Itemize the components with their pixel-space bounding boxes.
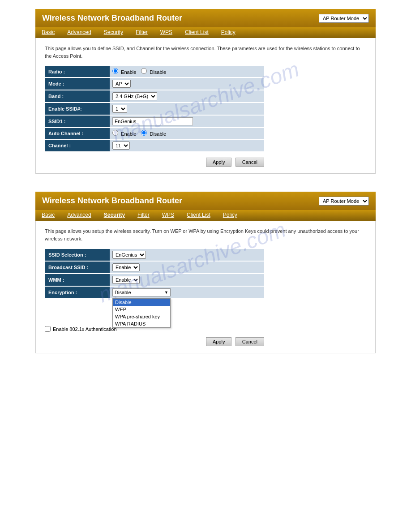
radio-label: Radio : bbox=[45, 66, 110, 77]
nav2-policy[interactable]: Policy bbox=[217, 210, 244, 220]
row-channel: Channel : 11 bbox=[45, 139, 264, 152]
nav2-basic[interactable]: Basic bbox=[35, 210, 61, 220]
panel2-button-row: Apply Cancel bbox=[45, 337, 264, 346]
panel2-content: This page allows you setup the wireless … bbox=[35, 221, 376, 353]
channel-select[interactable]: 11 bbox=[112, 142, 130, 150]
nav2-security[interactable]: Security bbox=[98, 210, 131, 220]
band-label: Band : bbox=[45, 90, 110, 103]
ssid1-label: SSID1 : bbox=[45, 115, 110, 128]
row-band: Band : 2.4 GHz (B+G) bbox=[45, 90, 264, 103]
panel1-cancel-button[interactable]: Cancel bbox=[235, 158, 264, 167]
panel1-apply-button[interactable]: Apply bbox=[206, 158, 232, 167]
encryption-dropdown-list: Disable WEP WPA pre-shared key WPA RADIU… bbox=[112, 298, 171, 328]
panel1-description: This page allows you to define SSID, and… bbox=[45, 45, 366, 60]
ssid1-input[interactable] bbox=[112, 117, 193, 125]
auto-disable-label: Disable bbox=[141, 131, 166, 137]
row-ssid-num: Enable SSID#: 1 bbox=[45, 103, 264, 115]
row-wmm: WMM : Enable bbox=[45, 274, 264, 286]
nav2-clientlist[interactable]: Client List bbox=[180, 210, 217, 220]
radio-enable-label: Enable bbox=[112, 69, 137, 75]
mode-label: Mode : bbox=[45, 77, 110, 90]
auto-enable-label: Enable bbox=[112, 131, 137, 137]
ssid-sel-label: SSID Selection : bbox=[45, 249, 110, 261]
auto-disable-input[interactable] bbox=[141, 130, 147, 136]
panel1-title: Wireless Network Broadband Router bbox=[42, 13, 182, 23]
channel-label: Channel : bbox=[45, 139, 110, 152]
nav1-clientlist[interactable]: Client List bbox=[179, 27, 215, 37]
row-mode: Mode : AP bbox=[45, 77, 264, 90]
mode-select[interactable]: AP bbox=[112, 80, 131, 88]
nav1-advanced[interactable]: Advanced bbox=[61, 27, 97, 37]
bottom-divider bbox=[35, 367, 376, 367]
auto-channel-label: Auto Channel : bbox=[45, 128, 110, 139]
nav2-filter[interactable]: Filter bbox=[131, 210, 156, 220]
row-radio: Radio : Enable Disable bbox=[45, 66, 264, 77]
panel2-form: SSID Selection : EnGenius Broadcast SSID… bbox=[45, 249, 264, 299]
row-broadcast: Broadcast SSID : Enable bbox=[45, 261, 264, 274]
panel1-form: Radio : Enable Disable Mode : AP bbox=[45, 66, 264, 152]
nav1-basic[interactable]: Basic bbox=[35, 27, 61, 37]
enable-802-checkbox[interactable] bbox=[45, 326, 51, 332]
panel1-button-row: Apply Cancel bbox=[45, 158, 264, 167]
dd-item-wep[interactable]: WEP bbox=[113, 306, 170, 313]
nav2-wps[interactable]: WPS bbox=[156, 210, 180, 220]
auto-enable-input[interactable] bbox=[112, 130, 118, 136]
band-select[interactable]: 2.4 GHz (B+G) bbox=[112, 92, 157, 100]
panel2-description: This page allows you setup the wireless … bbox=[45, 227, 366, 242]
panel1-header: Wireless Network Broadband Router AP Rou… bbox=[35, 9, 376, 27]
panel1: manualsarchive.com Wireless Network Broa… bbox=[35, 9, 376, 174]
panel2-apply-button[interactable]: Apply bbox=[206, 337, 232, 346]
row-ssid-sel: SSID Selection : EnGenius bbox=[45, 249, 264, 261]
wmm-label: WMM : bbox=[45, 274, 110, 286]
dd-item-wpa-psk[interactable]: WPA pre-shared key bbox=[113, 313, 170, 320]
nav1-wps[interactable]: WPS bbox=[154, 27, 179, 37]
broadcast-select[interactable]: Enable bbox=[112, 263, 140, 271]
broadcast-label: Broadcast SSID : bbox=[45, 261, 110, 274]
radio-disable-input[interactable] bbox=[141, 68, 147, 74]
encryption-selected-text: Disable bbox=[115, 290, 164, 295]
wmm-select[interactable]: Enable bbox=[112, 276, 140, 284]
radio-enable-input[interactable] bbox=[112, 68, 118, 74]
ssid-sel-select[interactable]: EnGenius bbox=[112, 251, 146, 259]
dd-item-wpa-radius[interactable]: WPA RADIUS bbox=[113, 320, 170, 327]
checkbox-row-802: Enable 802.1x Authentication bbox=[45, 326, 366, 332]
encryption-label: Encryption : bbox=[45, 286, 110, 299]
nav1-security[interactable]: Security bbox=[98, 27, 129, 37]
panel2-cancel-button[interactable]: Cancel bbox=[235, 337, 264, 346]
encryption-container: Disable ▼ Disable WEP WPA pre-shared key… bbox=[112, 288, 261, 296]
enable-802-label: Enable 802.1x Authentication bbox=[53, 326, 117, 332]
radio-disable-label: Disable bbox=[141, 69, 166, 75]
panel2: manualsarchive.com Wireless Network Broa… bbox=[35, 192, 376, 353]
panel1-nav: Basic Advanced Security Filter WPS Clien… bbox=[35, 27, 376, 38]
ssid-num-label: Enable SSID#: bbox=[45, 103, 110, 115]
panel1-mode-select[interactable]: AP Router Mode bbox=[319, 14, 369, 23]
encryption-fake-dropdown[interactable]: Disable ▼ Disable WEP WPA pre-shared key… bbox=[112, 288, 171, 296]
ssid-num-select[interactable]: 1 bbox=[112, 105, 127, 113]
panel2-nav: Basic Advanced Security Filter WPS Clien… bbox=[35, 210, 376, 221]
panel2-mode-select[interactable]: AP Router Mode bbox=[319, 197, 369, 206]
panel2-header: Wireless Network Broadband Router AP Rou… bbox=[35, 192, 376, 210]
nav1-filter[interactable]: Filter bbox=[129, 27, 154, 37]
dropdown-arrow-icon: ▼ bbox=[164, 290, 168, 295]
nav2-advanced[interactable]: Advanced bbox=[61, 210, 97, 220]
row-auto-channel: Auto Channel : Enable Disable bbox=[45, 128, 264, 139]
row-ssid1: SSID1 : bbox=[45, 115, 264, 128]
panel2-title: Wireless Network Broadband Router bbox=[42, 196, 182, 206]
panel1-content: This page allows you to define SSID, and… bbox=[35, 38, 376, 174]
nav1-policy[interactable]: Policy bbox=[215, 27, 242, 37]
dd-item-disable[interactable]: Disable bbox=[113, 299, 170, 306]
row-encryption: Encryption : Disable ▼ Disable bbox=[45, 286, 264, 299]
